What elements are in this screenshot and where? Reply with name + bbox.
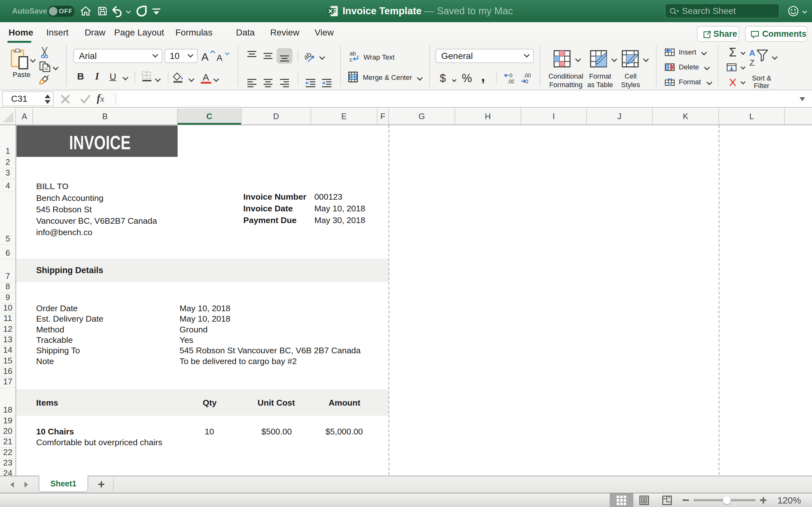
svg-text:0: 0 — [509, 72, 512, 78]
svg-text:ab: ab — [350, 51, 356, 57]
svg-text:Z: Z — [750, 58, 755, 67]
svg-text:.00: .00 — [507, 78, 514, 84]
svg-text:0: 0 — [525, 78, 528, 84]
svg-text:A: A — [749, 49, 755, 58]
svg-text:c: c — [350, 56, 352, 62]
svg-text:.00: .00 — [523, 72, 531, 78]
